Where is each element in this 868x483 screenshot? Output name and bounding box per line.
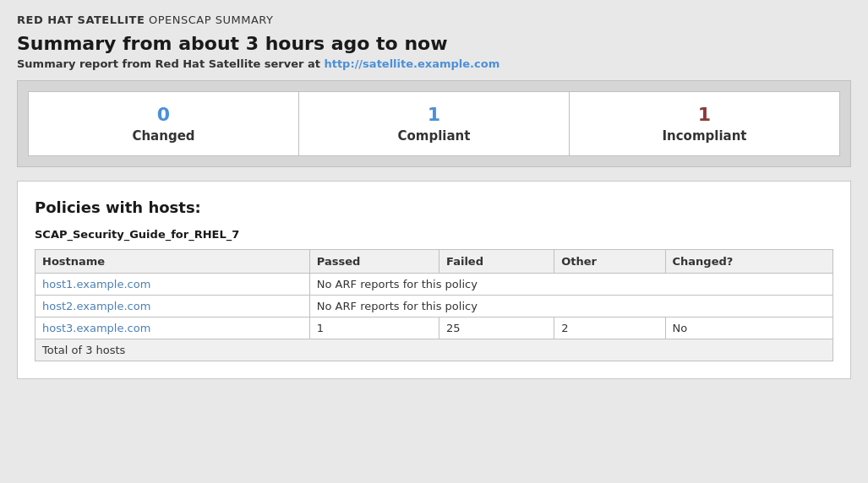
stats-row: 0 Changed 1 Compliant 1 Incompliant [28,91,840,156]
stat-incompliant: 1 Incompliant [570,92,839,155]
col-other: Other [554,250,665,274]
host3-cell: host3.example.com [35,317,310,339]
col-hostname: Hostname [35,250,310,274]
server-url-link[interactable]: http://satellite.example.com [324,57,500,70]
table-row: host3.example.com 1 25 2 No [35,317,833,339]
compliant-number: 1 [308,104,560,125]
policy-name: SCAP_Security_Guide_for_RHEL_7 [35,228,833,241]
host2-link[interactable]: host2.example.com [42,300,150,312]
summary-subheading: Summary report from Red Hat Satellite se… [17,57,851,70]
stat-changed: 0 Changed [29,92,299,155]
app-title: RED HAT SATELLITE OPENSCAP SUMMARY [17,14,851,26]
policy-table: Hostname Passed Failed Other Changed? ho… [35,249,833,361]
compliant-label: Compliant [398,128,471,144]
summary-heading: Summary from about 3 hours ago to now [17,33,851,54]
app-title-bold: RED HAT SATELLITE [17,14,145,26]
table-row: host1.example.com No ARF reports for thi… [35,274,833,296]
total-label: Total of 3 hosts [35,339,833,361]
host3-changed: No [665,317,833,339]
policies-section: Policies with hosts: SCAP_Security_Guide… [17,181,851,379]
col-changed: Changed? [665,250,833,274]
incompliant-label: Incompliant [662,128,746,144]
col-passed: Passed [309,250,439,274]
policies-heading: Policies with hosts: [35,198,833,216]
host1-no-arf: No ARF reports for this policy [309,274,833,296]
page-container: RED HAT SATELLITE OPENSCAP SUMMARY Summa… [0,0,868,483]
stat-compliant: 1 Compliant [299,92,570,155]
host3-passed: 1 [309,317,439,339]
app-title-rest: OPENSCAP SUMMARY [145,14,273,26]
col-failed: Failed [439,250,554,274]
host2-cell: host2.example.com [35,296,310,317]
host1-cell: host1.example.com [35,274,310,296]
header-section: RED HAT SATELLITE OPENSCAP SUMMARY Summa… [17,14,851,70]
incompliant-number: 1 [578,104,831,125]
total-row: Total of 3 hosts [35,339,833,361]
host3-failed: 25 [439,317,554,339]
host2-no-arf: No ARF reports for this policy [309,296,833,317]
table-row: host2.example.com No ARF reports for thi… [35,296,833,317]
changed-number: 0 [37,104,290,125]
changed-label: Changed [132,128,194,144]
host3-other: 2 [554,317,665,339]
stats-section: 0 Changed 1 Compliant 1 Incompliant [17,80,851,167]
host3-link[interactable]: host3.example.com [42,322,150,334]
host1-link[interactable]: host1.example.com [42,278,150,290]
